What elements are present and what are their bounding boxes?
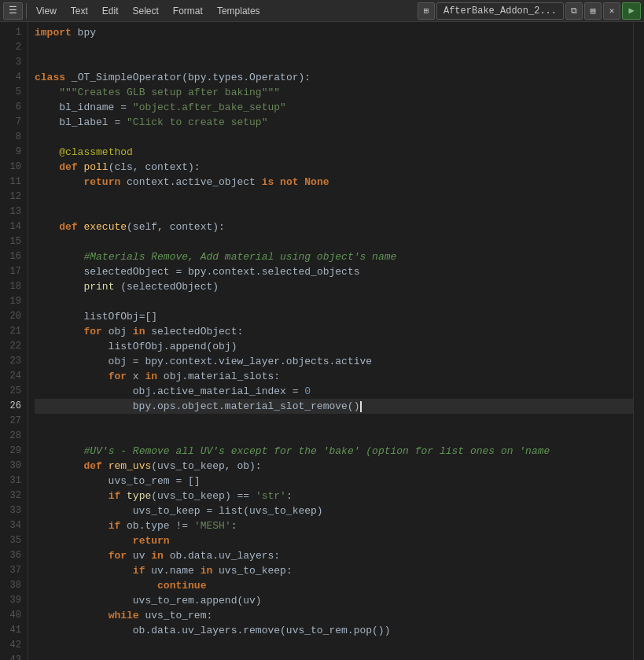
menu-select[interactable]: Select (127, 2, 165, 20)
line-num-23: 23 (3, 354, 21, 369)
hamburger-icon: ☰ (9, 5, 17, 17)
line-num-6: 6 (3, 100, 21, 115)
line-num-29: 29 (3, 444, 21, 459)
line-num-27: 27 (3, 414, 21, 429)
code-line-17: selectedObject = bpy.context.selected_ob… (35, 264, 633, 279)
code-line-18: print (selectedObject) (35, 279, 633, 294)
code-line-23: obj = bpy.context.view_layer.objects.act… (35, 354, 633, 369)
menu-view[interactable]: View (30, 2, 63, 20)
code-line-35: return (35, 533, 633, 548)
close-icon: ✕ (609, 6, 615, 16)
code-line-42 (35, 638, 633, 653)
code-line-34: if ob.type != 'MESH': (35, 518, 633, 533)
code-line-8 (35, 130, 633, 145)
line-num-5: 5 (3, 85, 21, 100)
code-line-3 (35, 55, 633, 70)
line-num-11: 11 (3, 175, 21, 190)
line-num-36: 36 (3, 548, 21, 563)
code-line-28 (35, 429, 633, 444)
line-num-4: 4 (3, 70, 21, 85)
line-num-39: 39 (3, 593, 21, 608)
code-line-29: #UV's - Remove all UV's except for the '… (35, 444, 633, 459)
menu-icon-button[interactable]: ☰ (3, 2, 23, 20)
code-line-37: if uv.name in uvs_to_keep: (35, 563, 633, 578)
line-num-15: 15 (3, 234, 21, 249)
line-num-32: 32 (3, 489, 21, 503)
line-num-28: 28 (3, 429, 21, 444)
code-line-43 (35, 653, 633, 660)
line-num-37: 37 (3, 563, 21, 578)
code-line-33: uvs_to_keep = list(uvs_to_keep) (35, 503, 633, 518)
menu-templates[interactable]: Templates (211, 2, 267, 20)
line-num-40: 40 (3, 608, 21, 623)
code-line-15 (35, 234, 633, 249)
line-num-25: 25 (3, 384, 21, 399)
line-num-7: 7 (3, 115, 21, 130)
line-num-30: 30 (3, 459, 21, 474)
code-line-7: bl_label = "Click to create setup" (35, 115, 633, 130)
code-line-16: #Materials Remove, Add material using ob… (35, 249, 633, 264)
line-num-33: 33 (3, 503, 21, 518)
code-line-39: uvs_to_rem.append(uv) (35, 593, 633, 608)
code-line-9: @classmethod (35, 145, 633, 160)
line-num-10: 10 (3, 160, 21, 175)
line-numbers: 1 2 3 4 5 6 7 8 9 10 11 12 13 14 15 16 1… (0, 22, 28, 660)
line-num-41: 41 (3, 623, 21, 638)
line-num-12: 12 (3, 190, 21, 205)
code-line-32: if type(uvs_to_keep) == 'str': (35, 489, 633, 503)
menu-text[interactable]: Text (64, 2, 94, 20)
menu-format[interactable]: Format (167, 2, 209, 20)
line-num-21: 21 (3, 324, 21, 339)
menu-edit[interactable]: Edit (96, 2, 125, 20)
code-line-5: """Creates GLB setup after baking""" (35, 85, 633, 100)
line-num-13: 13 (3, 205, 21, 219)
code-line-13 (35, 205, 633, 219)
vertical-scrollbar[interactable] (633, 22, 644, 660)
toolbar: ☰ View Text Edit Select Format Templates… (0, 0, 644, 22)
code-line-10: def poll(cls, context): (35, 160, 633, 175)
line-num-38: 38 (3, 578, 21, 593)
code-line-6: bl_idname = "object.after_bake_setup" (35, 100, 633, 115)
code-line-14: def execute(self, context): (35, 219, 633, 234)
toolbar-separator-1 (26, 3, 27, 19)
folder-icon: ▤ (591, 6, 596, 16)
code-line-2 (35, 40, 633, 55)
line-num-24: 24 (3, 369, 21, 384)
filename-display: AfterBake_Addon_2... (436, 2, 564, 20)
run-icon: ▶ (628, 5, 634, 17)
line-num-20: 20 (3, 309, 21, 324)
folder-button[interactable]: ▤ (584, 2, 602, 20)
line-num-34: 34 (3, 518, 21, 533)
code-line-12 (35, 190, 633, 205)
close-file-button[interactable]: ✕ (603, 2, 620, 20)
code-line-4: class _OT_SimpleOperator(bpy.types.Opera… (35, 70, 633, 85)
code-line-25: obj.active_material_index = 0 (35, 384, 633, 399)
code-line-22: listOfObj.append(obj) (35, 339, 633, 354)
line-num-3: 3 (3, 55, 21, 70)
editor-type-button[interactable]: ⊞ (418, 2, 435, 20)
copy-icon: ⧉ (571, 6, 577, 16)
line-num-43: 43 (3, 653, 21, 660)
code-line-21: for obj in selectedObject: (35, 324, 633, 339)
editor-type-icon: ⊞ (424, 6, 429, 16)
line-num-18: 18 (3, 279, 21, 294)
code-line-26: bpy.ops.object.material_slot_remove() (35, 399, 633, 414)
line-num-2: 2 (3, 40, 21, 55)
code-line-27 (35, 414, 633, 429)
code-line-30: def rem_uvs(uvs_to_keep, ob): (35, 459, 633, 474)
code-line-20: listOfObj=[] (35, 309, 633, 324)
line-num-42: 42 (3, 638, 21, 653)
code-line-41: ob.data.uv_layers.remove(uvs_to_rem.pop(… (35, 623, 633, 638)
copy-button[interactable]: ⧉ (565, 2, 583, 20)
code-line-40: while uvs_to_rem: (35, 608, 633, 623)
line-num-17: 17 (3, 264, 21, 279)
line-num-19: 19 (3, 294, 21, 309)
line-num-1: 1 (3, 25, 21, 40)
line-num-22: 22 (3, 339, 21, 354)
toolbar-right: ⊞ AfterBake_Addon_2... ⧉ ▤ ✕ ▶ (418, 2, 641, 20)
line-num-26: 26 (3, 399, 21, 414)
code-line-38: continue (35, 578, 633, 593)
code-container: 1 2 3 4 5 6 7 8 9 10 11 12 13 14 15 16 1… (0, 22, 644, 660)
run-button[interactable]: ▶ (622, 2, 641, 20)
code-editor[interactable]: import bpy class _OT_SimpleOperator(bpy.… (28, 22, 633, 660)
